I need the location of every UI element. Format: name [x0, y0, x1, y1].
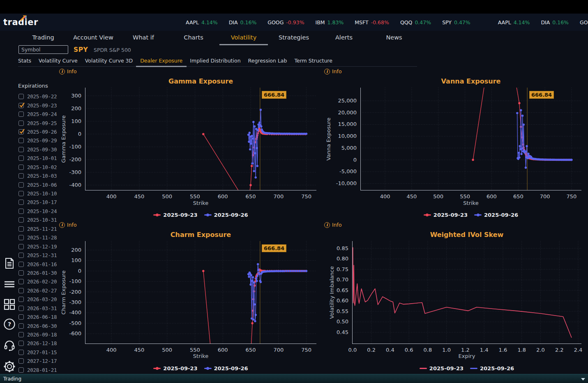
tab-term-structure[interactable]: Term Structure [294, 56, 332, 66]
nav-item-strategies[interactable]: Strategies [269, 31, 319, 45]
expiration-checkbox[interactable] [18, 111, 24, 117]
menu-icon[interactable] [3, 278, 16, 290]
help-icon[interactable]: ? [3, 318, 16, 330]
nav-item-alerts[interactable]: Alerts [319, 31, 369, 45]
expiration-checkbox[interactable] [18, 244, 24, 249]
expiration-checkbox[interactable] [18, 165, 24, 170]
status-bar-label: Trading [0, 376, 21, 382]
legend-label: 2025-09-26 [214, 212, 248, 218]
info-button-skew[interactable]: iInfo [324, 222, 342, 228]
expiration-checkbox[interactable] [18, 367, 24, 373]
ticker-change: 4.14% [514, 19, 530, 26]
expiration-checkbox[interactable] [18, 156, 24, 161]
grid-apps-icon[interactable] [3, 298, 16, 311]
support-headset-icon[interactable] [3, 339, 16, 351]
expiration-row[interactable]: 2025-10-10 [18, 189, 64, 198]
expiration-row[interactable]: 2025-11-28 [18, 233, 64, 242]
expiration-checkbox[interactable] [18, 217, 24, 223]
expiration-checkbox[interactable] [18, 173, 24, 179]
expiration-checkbox[interactable] [18, 332, 24, 337]
expiration-checkbox[interactable] [18, 103, 24, 108]
chart-plot-skew[interactable] [352, 241, 581, 344]
expiration-row[interactable]: 2026-12-18 [18, 339, 64, 348]
expiration-checkbox[interactable] [18, 350, 24, 355]
chart-plot-vanna[interactable] [360, 88, 581, 190]
chart-plot-charm[interactable] [85, 241, 316, 344]
x-tick-label: 500 [156, 347, 179, 353]
legend-item[interactable]: 2025-09-23 [153, 365, 197, 371]
expiration-checkbox[interactable] [18, 288, 24, 293]
nav-item-volatility[interactable]: Volatility [219, 31, 269, 45]
expiration-row[interactable]: 2025-10-24 [18, 207, 64, 216]
expiration-checkbox[interactable] [18, 262, 24, 267]
info-label: Info [332, 222, 342, 228]
expiration-row[interactable]: 2025-10-17 [18, 198, 64, 207]
tab-volatility-curve-3d[interactable]: Volatility Curve 3D [85, 56, 133, 66]
expiration-checkbox[interactable] [18, 138, 24, 143]
nav-item-account-view[interactable]: Account View [68, 31, 118, 45]
nav-item-charts[interactable]: Charts [168, 31, 219, 45]
legend-item[interactable]: 2025-09-23 [153, 212, 197, 218]
expiration-checkbox[interactable] [18, 306, 24, 311]
y-tick-label: 100 [51, 257, 81, 264]
tab-volatility-curve[interactable]: Volatility Curve [39, 56, 78, 66]
expiration-date-label: 2025-10-24 [27, 208, 57, 214]
expiration-checkbox[interactable] [18, 129, 24, 135]
tab-regression-lab[interactable]: Regression Lab [248, 56, 287, 66]
symbol-input[interactable] [18, 45, 68, 54]
y-tick-label: 0.80 [318, 255, 348, 262]
nav-item-trading[interactable]: Trading [18, 31, 68, 45]
tab-implied-distribution[interactable]: Implied Distribution [190, 56, 240, 66]
info-button-charm[interactable]: iInfo [59, 222, 77, 228]
notes-icon[interactable] [3, 257, 16, 269]
y-tick-label: 300 [51, 93, 81, 99]
nav-item-news[interactable]: News [369, 31, 419, 45]
info-button-vanna[interactable]: iInfo [324, 68, 342, 74]
charm-xaxis-label: Strike [85, 353, 316, 359]
tab-dealer-exposure[interactable]: Dealer Exposure [140, 56, 182, 66]
expiration-checkbox[interactable] [18, 358, 24, 364]
expiration-row[interactable]: 2025-11-21 [18, 225, 64, 233]
y-tick-label: 200 [51, 105, 81, 112]
expiration-checkbox[interactable] [18, 191, 24, 196]
expiration-row[interactable]: 2028-01-21 [18, 366, 64, 374]
expiration-checkbox[interactable] [18, 341, 24, 346]
expiration-checkbox[interactable] [18, 235, 24, 240]
expiration-checkbox[interactable] [18, 270, 24, 276]
expiration-checkbox[interactable] [18, 314, 24, 320]
expiration-row[interactable]: 2027-12-17 [18, 357, 64, 365]
expiration-checkbox[interactable] [18, 94, 24, 99]
status-bar-caret-icon[interactable] [581, 378, 585, 381]
expiration-checkbox[interactable] [18, 209, 24, 214]
expiration-row[interactable]: 2025-10-31 [18, 216, 64, 224]
legend-item[interactable]: 2025-09-26 [204, 365, 248, 371]
expiration-checkbox[interactable] [18, 297, 24, 302]
expiration-checkbox[interactable] [18, 253, 24, 258]
expiration-checkbox[interactable] [18, 279, 24, 284]
expiration-checkbox[interactable] [18, 182, 24, 188]
legend-item[interactable]: 2025-09-23 [420, 365, 463, 371]
legend-marker-dot [477, 214, 480, 216]
tab-stats[interactable]: Stats [18, 56, 31, 66]
legend-item[interactable]: 2025-09-26 [204, 212, 248, 218]
ticker-item: GOOG-0.93% [267, 19, 304, 26]
legend-item[interactable]: 2025-09-26 [470, 365, 514, 371]
main-nav: TradingAccount ViewWhat ifChartsVolatili… [18, 31, 419, 45]
legend-item[interactable]: 2025-09-26 [474, 212, 518, 218]
legend-marker [204, 368, 212, 369]
expiration-checkbox[interactable] [18, 323, 24, 329]
settings-gear-icon[interactable] [3, 360, 16, 373]
expiration-checkbox[interactable] [18, 121, 24, 126]
ticker-item: MSFT-0.68% [355, 19, 389, 26]
y-tick-label: -100 [51, 278, 81, 285]
x-tick-label: 450 [128, 193, 151, 200]
expiration-checkbox[interactable] [18, 200, 24, 205]
expiration-checkbox[interactable] [18, 226, 24, 232]
expiration-checkbox[interactable] [18, 147, 24, 152]
nav-item-what-if[interactable]: What if [118, 31, 168, 45]
info-button-gamma[interactable]: iInfo [59, 68, 77, 74]
legend-item[interactable]: 2025-09-23 [424, 212, 468, 218]
chart-plot-gamma[interactable] [85, 88, 316, 190]
expiration-row[interactable]: 2027-01-15 [18, 348, 64, 357]
ticker-item: GOOG-0.93% [580, 19, 588, 26]
